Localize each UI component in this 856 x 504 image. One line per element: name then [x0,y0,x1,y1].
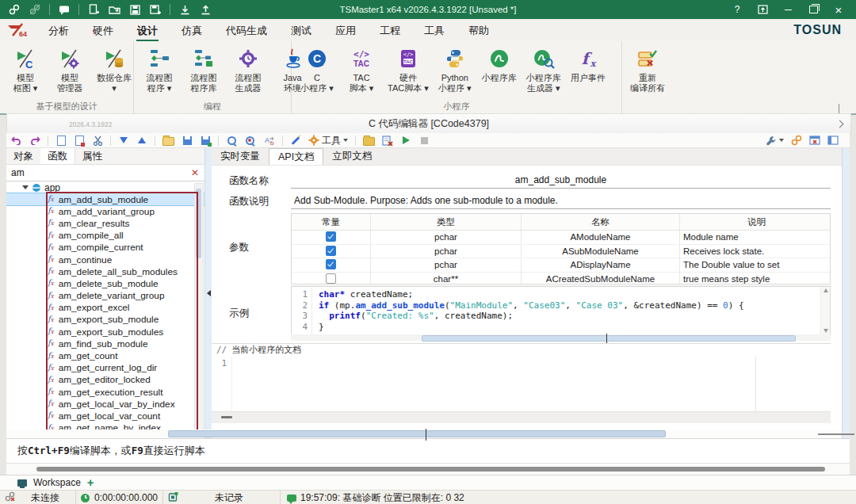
menu-item-1[interactable]: 分析 [36,20,81,41]
scroll-up-icon[interactable] [824,288,828,292]
tree-item-am_get_execution_result[interactable]: ƒxam_get_execution_result [6,386,204,398]
chain-link-icon[interactable] [791,134,802,147]
new-file-icon[interactable] [87,3,100,16]
recompile-all-button[interactable]: 重新 编译所有 [625,44,670,95]
param-row[interactable]: pcharAModuleNameModule name [292,231,830,245]
splitter-strip[interactable] [212,411,831,423]
tree-item-am_export_excel[interactable]: ƒxam_export_excel [6,302,204,314]
open-file-icon[interactable] [162,134,174,147]
save-file-as-icon[interactable] [200,134,211,147]
user-event-button[interactable]: fx 用户事件 [566,44,610,85]
tac-script-button[interactable]: </>TAC TAC 脚本 ▾ [339,44,384,95]
example-vscrollbar[interactable] [820,287,830,334]
tab-functions[interactable]: 函数 [40,148,75,164]
tree-item-am_find_sub_module[interactable]: ƒxam_find_sub_module [6,338,204,349]
save-file-icon[interactable] [182,134,193,147]
menu-item-8[interactable]: 工程 [368,20,412,41]
function-desc-field[interactable]: Add Sub-Module. Purpose: Adds one sub-mo… [291,195,831,209]
constant-checkbox[interactable] [326,273,336,284]
menu-item-3[interactable]: 设计 [125,20,170,41]
tab-immediate-doc[interactable]: 立即文档 [323,148,380,165]
constant-checkbox[interactable] [326,246,336,256]
copy-icon[interactable] [55,134,67,147]
cut-icon[interactable] [92,134,103,147]
tree-item-am_delete_all_sub_modules[interactable]: ƒxam_delete_all_sub_modules [6,265,204,277]
record-status[interactable]: 未记录 [163,491,281,504]
model-manager-button[interactable]: 模型 管理器 [48,44,92,95]
menu-item-2[interactable]: 硬件 [81,20,125,41]
tree-item-am_add_sub_module[interactable]: ƒxam_add_sub_module [6,193,204,205]
doc-editor[interactable]: 1 [212,357,831,411]
tree-item-am_get_local_var_count[interactable]: ƒxam_get_local_var_count [6,410,204,422]
link-icon[interactable] [8,3,21,16]
dock-panel-icon[interactable] [827,134,839,147]
tree-item-am_export_sub_modules[interactable]: ƒxam_export_sub_modules [6,326,204,338]
tree-item-am_continue[interactable]: ƒxam_continue [6,254,204,265]
doc-editor-body[interactable] [232,357,831,411]
open-project-icon[interactable] [108,3,120,16]
chevron-expand-icon[interactable] [22,185,29,189]
tree-root-app[interactable]: app [6,181,204,193]
replace-icon[interactable]: Ab [262,134,275,147]
diagnostic-message[interactable]: 19:57:09: 基础诊断 位置已限制在: 0 32 [281,491,856,504]
help-icon[interactable]: ? [726,1,748,18]
constant-checkbox[interactable] [326,259,336,269]
save-as-icon[interactable] [149,3,162,16]
move-down-icon[interactable] [118,134,129,147]
tree-item-am_delete_variant_group[interactable]: ƒxam_delete_variant_group [6,290,204,302]
connection-status[interactable]: 未连接 [0,491,76,504]
save-icon[interactable] [128,3,141,16]
function-name-field[interactable]: am_add_sub_module [291,174,831,189]
tree-item-am_compile_all[interactable]: ƒxam_compile_all [6,230,204,242]
tree-item-am_delete_sub_module[interactable]: ƒxam_delete_sub_module [6,277,204,289]
close-icon[interactable]: × [827,1,850,18]
collapse-up-icon[interactable] [606,334,613,341]
doc-comment-row[interactable]: //当前小程序的文档 [212,343,831,357]
param-row[interactable]: pcharADisplayNameThe Double value to set [292,258,830,273]
flowchart-generator-button[interactable]: 流程图 生成器 [226,44,270,95]
model-block-diagram-button[interactable]: C 模型 框图 ▾ [3,44,48,95]
collapse-left-icon[interactable] [207,290,211,296]
time-status[interactable]: 0:00:00:00.000 [76,491,163,504]
close-panel-icon[interactable] [809,134,820,147]
tools-dropdown[interactable]: 工具 [308,134,348,147]
scroll-down-icon[interactable] [824,329,828,333]
resize-handle[interactable] [221,416,232,418]
flowchart-program-button[interactable]: 流程图 程序 ▾ [137,44,182,95]
tree-item-am_clear_results[interactable]: ƒxam_clear_results [6,217,204,229]
add-workspace-button[interactable]: + [87,477,94,488]
flowchart-library-button[interactable]: 流程图 程序库 [182,44,226,95]
menu-item-4[interactable]: 仿真 [170,20,214,41]
wrench-icon[interactable] [766,134,784,147]
link-off-icon[interactable] [29,3,41,16]
hardware-tac-script-button[interactable]: </>TAC 硬件 TAC脚本 ▾ [384,44,433,95]
ribbon-collapse-icon[interactable] [839,105,845,109]
tree-item-am_add_variant_group[interactable]: ƒxam_add_variant_group [6,205,204,217]
run-icon[interactable] [400,134,411,147]
download-icon[interactable] [178,3,191,16]
example-hscrollbar[interactable] [291,334,831,341]
menu-item-5[interactable]: 代码生成 [214,20,279,41]
minimize-icon[interactable] [777,1,799,18]
comment-icon[interactable] [58,3,71,16]
collapse-down-icon[interactable] [426,430,426,441]
right-splitter[interactable] [842,148,850,438]
param-row[interactable]: pcharASubModuleNameReceives lock state. [292,245,830,259]
undo-icon[interactable] [11,134,22,147]
search-remove-icon[interactable] [244,134,255,147]
tab-properties[interactable]: 属性 [75,148,109,164]
tree-item-am_get_current_log_dir[interactable]: ƒxam_get_current_log_dir [6,362,204,374]
pin-panel-icon[interactable] [751,1,774,18]
menu-item-10[interactable]: 帮助 [457,20,501,41]
applet-library-generator-button[interactable]: 小程序库 生成器 ▾ [522,44,566,95]
tab-objects[interactable]: 对象 [6,148,40,164]
menu-item-9[interactable]: 工具 [412,20,457,41]
search-input[interactable]: am [6,167,191,178]
param-row[interactable]: char**ACreatedSubModuleNametrue means st… [292,273,830,287]
clear-search-icon[interactable]: ✕ [191,167,204,178]
redo-icon[interactable] [29,134,40,147]
tree-item-am_compile_current[interactable]: ƒxam_compile_current [6,242,204,254]
edit-pencil-icon[interactable] [290,134,301,147]
paste-icon[interactable] [74,134,85,147]
data-warehouse-button[interactable]: 数据仓库 ▾ [92,44,136,95]
